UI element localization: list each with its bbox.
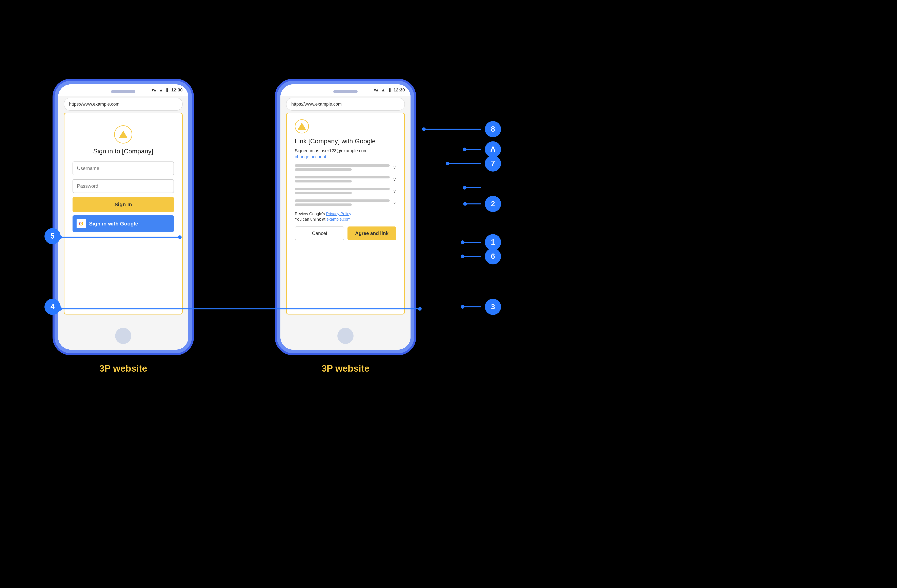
right-phone-content: Link [Company] with Google Signed in as … <box>286 113 405 315</box>
unlink-prefix: You can unlink at <box>295 217 326 221</box>
annotation-bubble-8: 8 <box>485 121 501 137</box>
bubble-8-label: 8 <box>491 125 495 133</box>
link-title: Link [Company] with Google <box>295 137 396 145</box>
bubble-5-label: 5 <box>51 232 55 240</box>
triangle-icon-left <box>119 131 128 138</box>
perm-lines-1 <box>295 164 393 173</box>
perm-line <box>295 164 390 167</box>
phone-label-left: 3P website <box>99 363 147 374</box>
signed-in-text: Signed in as user123@example.com <box>295 148 396 153</box>
perm-line <box>295 203 352 206</box>
policy-text: Review Google's Privacy Policy <box>295 212 396 216</box>
chevron-icon-2: ∨ <box>393 177 396 182</box>
company-logo-right <box>295 119 309 133</box>
url-text-right: https://www.example.com <box>291 102 341 107</box>
perm-line <box>295 180 352 182</box>
svg-point-5 <box>418 307 422 311</box>
action-buttons: Cancel Agree and link <box>295 226 396 240</box>
svg-point-20 <box>461 305 464 309</box>
annotation-bubble-1: 1 <box>485 234 501 250</box>
time-right: 12:30 <box>393 87 405 93</box>
left-phone-content: Sign in to [Company] Username Password S… <box>64 113 183 315</box>
home-button-right[interactable] <box>337 328 354 344</box>
home-button-left[interactable] <box>115 328 131 344</box>
annotation-bubble-3: 3 <box>485 299 501 315</box>
permission-item-2[interactable]: ∨ <box>295 176 396 184</box>
g-letter: G <box>79 220 83 227</box>
chevron-icon-4: ∨ <box>393 200 396 206</box>
phone-label-right: 3P website <box>321 363 369 374</box>
perm-line <box>295 168 352 171</box>
bubble-2-label: 2 <box>491 200 495 208</box>
unlink-link[interactable]: example.com <box>326 217 351 221</box>
perm-lines-4 <box>295 199 393 208</box>
google-btn-label: Sign in with Google <box>89 221 138 227</box>
sign-in-title: Sign in to [Company] <box>72 148 174 155</box>
policy-prefix: Review Google's <box>295 212 326 216</box>
privacy-policy-link[interactable]: Privacy Policy <box>326 212 351 216</box>
annotation-bubble-4: 4 <box>44 299 61 315</box>
perm-line <box>295 188 390 190</box>
agree-and-link-button[interactable]: Agree and link <box>347 226 396 240</box>
triangle-icon-right <box>297 122 306 130</box>
wifi-icon-right: ▾▴ <box>374 87 378 93</box>
svg-point-10 <box>445 162 449 165</box>
permission-list: ∨ ∨ ∨ <box>295 164 396 208</box>
url-text-left: https://www.example.com <box>69 102 119 107</box>
url-bar-left[interactable]: https://www.example.com <box>64 98 183 111</box>
bubble-7-label: 7 <box>491 159 495 168</box>
url-bar-right[interactable]: https://www.example.com <box>286 98 405 111</box>
right-header <box>295 119 396 133</box>
annotation-bubble-6: 6 <box>485 248 501 264</box>
signal-icon-right: ▲ <box>381 87 386 93</box>
perm-line <box>295 199 390 202</box>
svg-point-16 <box>461 240 464 244</box>
svg-point-18 <box>461 255 464 258</box>
bubble-1-label: 1 <box>491 238 495 246</box>
annotation-bubble-7: 7 <box>485 156 501 171</box>
annotation-bubble-5: 5 <box>44 228 61 244</box>
perm-lines-2 <box>295 176 393 184</box>
perm-lines-3 <box>295 188 393 196</box>
svg-point-6 <box>422 127 426 131</box>
annotation-bubble-2: 2 <box>485 196 501 212</box>
phone-left: ▾▴ ▲ ▮ 12:30 https://www.example.com Sig… <box>55 81 192 353</box>
wifi-icon-left: ▾▴ <box>152 87 156 93</box>
sign-in-button[interactable]: Sign In <box>72 197 174 212</box>
signal-icon-left: ▲ <box>159 87 163 93</box>
bubble-6-label: 6 <box>491 252 495 261</box>
svg-point-14 <box>463 186 467 189</box>
cancel-button[interactable]: Cancel <box>295 226 344 240</box>
chevron-icon-1: ∨ <box>393 165 396 170</box>
password-field[interactable]: Password <box>72 179 174 193</box>
bubble-4-label: 4 <box>51 302 55 311</box>
time-left: 12:30 <box>171 87 183 93</box>
svg-point-12 <box>463 202 467 206</box>
company-logo-left <box>114 125 132 144</box>
perm-line <box>295 176 390 179</box>
username-field[interactable]: Username <box>72 162 174 175</box>
chevron-icon-3: ∨ <box>393 189 396 194</box>
scene: ▾▴ ▲ ▮ 12:30 https://www.example.com Sig… <box>0 0 897 588</box>
perm-line <box>295 192 352 194</box>
google-g-logo: G <box>77 219 86 228</box>
bubble-3-label: 3 <box>491 302 495 311</box>
change-account-link[interactable]: change account <box>295 154 326 159</box>
battery-icon-left: ▮ <box>166 87 168 93</box>
battery-icon-right: ▮ <box>388 87 391 93</box>
unlink-text: You can unlink at example.com <box>295 217 396 221</box>
annotation-bubble-A: A <box>485 141 501 157</box>
bubble-A-label: A <box>490 145 496 154</box>
speaker-left <box>111 90 135 93</box>
phone-right: ▾▴ ▲ ▮ 12:30 https://www.example.com Lin… <box>277 81 414 353</box>
google-sign-in-button[interactable]: G Sign in with Google <box>72 215 174 232</box>
svg-point-8 <box>463 148 467 151</box>
speaker-right <box>333 90 358 93</box>
permission-item-1[interactable]: ∨ <box>295 164 396 173</box>
permission-item-4[interactable]: ∨ <box>295 199 396 208</box>
permission-item-3[interactable]: ∨ <box>295 188 396 196</box>
